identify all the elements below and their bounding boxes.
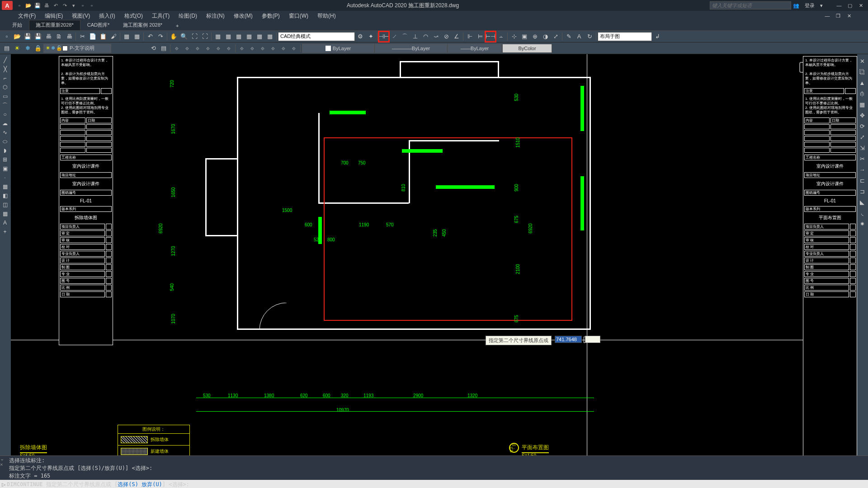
tb-tp-icon[interactable]: ▦ xyxy=(234,32,244,42)
qat-redo-icon[interactable]: ↷ xyxy=(61,1,69,9)
revcloud-icon[interactable]: ☁ xyxy=(0,119,10,127)
tb-pan-icon[interactable]: ✋ xyxy=(169,32,179,42)
menu-edit[interactable]: 编辑(E) xyxy=(40,11,67,21)
gradient-icon[interactable]: ◧ xyxy=(0,192,10,200)
menu-file[interactable]: 文件(F) xyxy=(14,11,40,21)
qat-save-icon[interactable]: 💾 xyxy=(33,1,42,9)
xline-icon[interactable]: ╳ xyxy=(0,65,10,73)
layer-cur-icon[interactable]: ⟐ xyxy=(213,43,223,53)
dim-arc-icon[interactable]: ⌒ xyxy=(400,32,410,42)
dim-tedit-icon[interactable]: A xyxy=(574,32,584,42)
dimstyle-combo[interactable] xyxy=(598,32,652,41)
color-combo[interactable]: ByLayer xyxy=(302,44,374,53)
menu-view[interactable]: 视图(V) xyxy=(67,11,94,21)
join-icon[interactable]: ⊐ xyxy=(857,186,867,196)
tb-cut-icon[interactable]: ✂ xyxy=(77,32,87,42)
menu-tools[interactable]: 工具(T) xyxy=(147,11,174,21)
tb-ws-gear-icon[interactable]: ⚙ xyxy=(355,32,365,42)
tb-undo-icon[interactable]: ↶ xyxy=(145,32,155,42)
layer-del-icon[interactable]: ⟐ xyxy=(289,43,299,53)
qat-new-icon[interactable]: ▫ xyxy=(15,1,24,9)
addsel-icon[interactable]: + xyxy=(0,228,10,236)
qat-more2-icon[interactable]: ▫ xyxy=(79,1,87,9)
layer-off-icon[interactable]: ⟐ xyxy=(203,43,213,53)
circle-icon[interactable]: ○ xyxy=(0,110,10,118)
dim-radius-icon[interactable]: ◠ xyxy=(420,32,430,42)
command-input[interactable]: ▷ DIMCONTINUE 指定第二个尺寸界线原点或 [选择(S) 放弃(U)]… xyxy=(0,480,868,488)
dim-angular-icon[interactable]: ∠ xyxy=(452,32,462,42)
lineweight-combo[interactable]: —— ByLayer xyxy=(448,44,502,53)
dim-jogged-icon[interactable]: ⤻ xyxy=(431,32,441,42)
dimstyle-btn-icon[interactable]: ↲ xyxy=(652,32,662,42)
array-icon[interactable]: ▦ xyxy=(857,99,867,109)
menu-window[interactable]: 窗口(W) xyxy=(284,11,313,21)
tb-saveas-icon[interactable]: 💾 xyxy=(33,32,43,42)
dim-baseline-icon[interactable]: ⊨ xyxy=(475,32,485,42)
dim-linear-button[interactable]: ⊣⊢ xyxy=(379,32,389,42)
dim-tolerance-icon[interactable]: ▣ xyxy=(519,32,529,42)
tb-new-icon[interactable]: ▫ xyxy=(2,32,12,42)
layer-lock-icon[interactable]: 🔒 xyxy=(33,43,43,53)
layer-frz-icon[interactable]: ⟐ xyxy=(193,43,203,53)
layer-change-icon[interactable]: ⟐ xyxy=(237,43,247,53)
layer-vpfrz-icon[interactable]: ⟐ xyxy=(268,43,278,53)
dim-inspect-icon[interactable]: ◑ xyxy=(540,32,550,42)
dim-jogline-icon[interactable]: ⤢ xyxy=(551,32,561,42)
region-icon[interactable]: ◫ xyxy=(0,201,10,209)
doc-restore-button[interactable]: ❐ xyxy=(833,11,844,20)
dynamic-input-field2[interactable] xyxy=(585,336,600,343)
menu-dimension[interactable]: 标注(N) xyxy=(202,11,229,21)
layer-uniso-icon[interactable]: ⟐ xyxy=(182,43,192,53)
tb-open-icon[interactable]: 📂 xyxy=(12,32,22,42)
tab-drawing3[interactable]: 施工图案例 2028* xyxy=(116,20,169,30)
menu-insert[interactable]: 插入(I) xyxy=(94,11,119,21)
minimize-button[interactable]: — xyxy=(834,1,844,10)
dim-center-icon[interactable]: ⊕ xyxy=(530,32,540,42)
mirror-icon[interactable]: ▲ xyxy=(857,78,867,88)
scale-icon[interactable]: ⤢ xyxy=(857,132,867,142)
tb-match-icon[interactable]: 🖌 xyxy=(108,32,118,42)
tb-preview-icon[interactable]: 🗎 xyxy=(54,32,64,42)
search-input[interactable] xyxy=(710,1,791,9)
tb-ws-save-icon[interactable]: ✦ xyxy=(366,32,376,42)
tb-props-icon[interactable]: ▦ xyxy=(213,32,223,42)
qat-more3-icon[interactable]: ▫ xyxy=(88,1,96,9)
erase-icon[interactable]: ✕ xyxy=(857,56,867,66)
stretch-icon[interactable]: ⇲ xyxy=(857,143,867,153)
tb-save-icon[interactable]: 💾 xyxy=(23,32,33,42)
layer-iso-icon[interactable]: ⟐ xyxy=(172,43,182,53)
polygon-icon[interactable]: ⬡ xyxy=(0,83,10,91)
layer-state-icon[interactable]: ▤ xyxy=(159,43,169,53)
dim-break-icon[interactable]: ⊹ xyxy=(509,32,519,42)
tab-drawing1[interactable]: 施工图重新2028* xyxy=(29,20,80,30)
close-button[interactable]: ✕ xyxy=(855,1,866,10)
layer-merge-icon[interactable]: ⟐ xyxy=(278,43,288,53)
tb-calc-icon[interactable]: ▦ xyxy=(265,32,275,42)
dim-ordinate-icon[interactable]: ⊥ xyxy=(410,32,420,42)
hatch-icon[interactable]: ▦ xyxy=(0,183,10,191)
infocenter-icon[interactable]: 👥 xyxy=(791,3,801,9)
dim-continue-button[interactable]: ⊢⊣ xyxy=(486,32,495,42)
layer-mgr-icon[interactable]: ▤ xyxy=(2,43,12,53)
offset-icon[interactable]: ⫛ xyxy=(857,89,867,99)
rect-icon[interactable]: ▭ xyxy=(0,92,10,100)
break-icon[interactable]: ⊏ xyxy=(857,175,867,185)
doc-close-button[interactable]: ✕ xyxy=(844,11,854,20)
qat-print-icon[interactable]: 🖶 xyxy=(42,1,51,9)
maximize-button[interactable]: ▢ xyxy=(844,1,855,10)
dim-edit-icon[interactable]: ✎ xyxy=(564,32,574,42)
chamfer-icon[interactable]: ◣ xyxy=(857,197,867,207)
tb-publish-icon[interactable]: 🖶 xyxy=(64,32,74,42)
line-icon[interactable]: ╱ xyxy=(0,56,10,64)
makeblock-icon[interactable]: ▣ xyxy=(0,164,10,173)
layer-on-icon[interactable]: ☀ xyxy=(12,43,22,53)
insert-icon[interactable]: ⊞ xyxy=(0,155,10,164)
tb-dc-icon[interactable]: ▦ xyxy=(223,32,233,42)
tb-markup-icon[interactable]: ▦ xyxy=(255,32,264,42)
layer-match-icon[interactable]: ⟐ xyxy=(224,43,234,53)
doc-minimize-button[interactable]: — xyxy=(822,11,833,20)
spline-icon[interactable]: ∿ xyxy=(0,128,10,136)
tb-copy-icon[interactable]: 📄 xyxy=(88,32,98,42)
tab-drawing2[interactable]: CAD图库* xyxy=(80,20,117,30)
dim-quick-icon[interactable]: ⊩ xyxy=(465,32,475,42)
